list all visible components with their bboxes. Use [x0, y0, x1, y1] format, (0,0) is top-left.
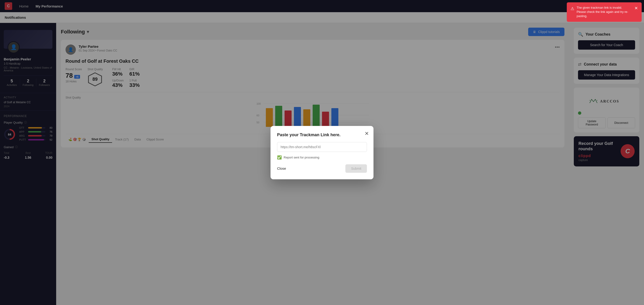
trackman-url-input[interactable] [277, 142, 367, 152]
error-toast: ⚠ The given trackman link is invalid. Pl… [567, 2, 642, 22]
modal-title: Paste your Trackman Link here. [277, 132, 367, 138]
modal-overlay: Paste your Trackman Link here. ✕ ✅ Repor… [0, 0, 644, 305]
toast-close-button[interactable]: ✕ [634, 6, 638, 11]
toast-warning-icon: ⚠ [570, 6, 574, 12]
modal-status: ✅ Report sent for processing [277, 155, 367, 160]
modal-submit-button[interactable]: Submit [346, 164, 367, 173]
modal-close-button[interactable]: Close [277, 166, 286, 170]
modal-status-text: Report sent for processing [284, 156, 319, 159]
check-circle-icon: ✅ [277, 155, 282, 160]
modal-close-x-button[interactable]: ✕ [364, 130, 369, 137]
toast-message: The given trackman link is invalid. Plea… [576, 6, 632, 18]
modal-footer: Close Submit [277, 164, 367, 173]
trackman-modal: Paste your Trackman Link here. ✕ ✅ Repor… [270, 126, 374, 179]
